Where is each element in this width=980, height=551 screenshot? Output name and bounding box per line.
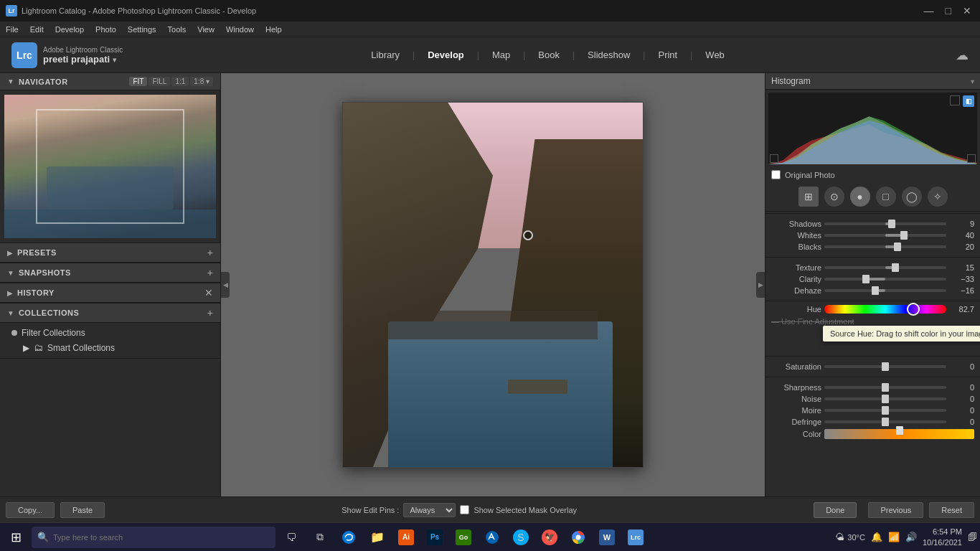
taskbar-search[interactable]: 🔍 — [32, 527, 275, 548]
defringe-slider[interactable] — [824, 420, 946, 423]
paste-button[interactable]: Paste — [60, 502, 105, 518]
nav-library[interactable]: Library — [361, 45, 410, 65]
taskbar-network-icon[interactable]: 📶 — [888, 532, 900, 542]
user-dropdown-arrow[interactable]: ▾ — [113, 56, 116, 64]
saturation-slider[interactable] — [824, 365, 946, 368]
menu-file[interactable]: File — [6, 25, 19, 34]
taskbar-app6[interactable]: 🦅 — [537, 524, 562, 550]
filter-collections-item[interactable]: Filter Collections — [7, 326, 213, 340]
menu-view[interactable]: View — [197, 25, 215, 34]
edit-pins-select[interactable]: Always Never Selected — [403, 503, 456, 517]
taskbar-action-center[interactable]: 🗐 — [968, 532, 977, 542]
dehaze-slider[interactable] — [824, 289, 946, 292]
texture-slider[interactable] — [824, 266, 946, 269]
collections-header[interactable]: Collections + — [0, 303, 220, 323]
taskbar-time-date[interactable]: 6:54 PM 10/16/2021 — [923, 527, 962, 547]
nav-develop[interactable]: Develop — [418, 45, 474, 65]
crop-tool[interactable]: ⊞ — [798, 187, 819, 207]
history-header[interactable]: History ✕ — [0, 283, 220, 303]
navigator-header[interactable]: Navigator FIT FILL 1:1 1:8 ▾ — [0, 73, 220, 90]
collections-add-button[interactable]: + — [207, 307, 213, 319]
main-photo-canvas[interactable] — [342, 102, 644, 468]
start-button[interactable]: ⊞ — [3, 524, 29, 550]
menu-edit[interactable]: Edit — [30, 25, 44, 34]
red-eye-tool[interactable]: ● — [850, 187, 870, 207]
taskbar-volume-icon[interactable]: 🔊 — [905, 532, 917, 542]
nav-print[interactable]: Print — [648, 45, 687, 65]
copy-button[interactable]: Copy... — [6, 502, 55, 518]
whites-slider[interactable] — [824, 234, 946, 237]
taskbar-lrc[interactable]: Lrc — [623, 524, 649, 550]
nav-web[interactable]: Web — [695, 45, 735, 65]
maximize-button[interactable]: □ — [943, 5, 954, 17]
menu-develop[interactable]: Develop — [55, 25, 84, 34]
taskbar-word[interactable]: W — [594, 524, 620, 550]
smart-collections-item[interactable]: ▶ 🗂 Smart Collections — [7, 340, 213, 355]
snapshots-header[interactable]: Snapshots + — [0, 263, 220, 283]
previous-button[interactable]: Previous — [868, 502, 923, 518]
dehaze-label: Dehaze — [771, 286, 821, 295]
sharpness-slider[interactable] — [824, 386, 946, 389]
menu-tools[interactable]: Tools — [168, 25, 187, 34]
taskbar-app1[interactable]: Ai — [393, 524, 419, 550]
adjustment-brush-tool[interactable]: ✧ — [928, 187, 948, 207]
zoom-fit[interactable]: FIT — [129, 77, 147, 86]
clarity-slider[interactable] — [824, 278, 946, 281]
minimize-button[interactable]: — — [921, 5, 937, 17]
close-button[interactable]: ✕ — [960, 5, 974, 17]
taskbar-app3[interactable]: Go — [451, 524, 476, 550]
spot-removal-tool[interactable]: ⊙ — [824, 187, 844, 207]
zoom-1-1[interactable]: 1:1 — [171, 77, 189, 86]
menu-help[interactable]: Help — [265, 25, 282, 34]
noise-slider[interactable] — [824, 397, 946, 400]
nav-book[interactable]: Book — [528, 45, 570, 65]
histogram-expand-icon[interactable]: ▾ — [971, 77, 974, 85]
blacks-slider[interactable] — [824, 245, 946, 248]
taskbar-search-input[interactable] — [53, 533, 270, 542]
taskbar-notification-icon[interactable]: 🔔 — [871, 532, 882, 542]
histogram-corner-bl[interactable] — [770, 154, 778, 163]
taskbar-chrome[interactable] — [565, 524, 591, 550]
taskbar-app2[interactable]: Ps — [422, 524, 448, 550]
right-panel-toggle[interactable]: ▶ — [756, 272, 765, 298]
radial-filter-tool[interactable]: ◯ — [902, 187, 922, 207]
smart-collections-expand[interactable]: ▶ — [23, 343, 29, 353]
history-clear-button[interactable]: ✕ — [204, 287, 213, 298]
original-photo-checkbox[interactable] — [771, 170, 781, 179]
saturation-value: 0 — [949, 362, 974, 371]
clarity-value: −33 — [949, 275, 974, 283]
menu-window[interactable]: Window — [226, 25, 254, 34]
nav-map[interactable]: Map — [482, 45, 520, 65]
moire-slider[interactable] — [824, 409, 946, 412]
shadows-slider[interactable] — [824, 222, 946, 225]
histogram-clipping-shadows[interactable] — [950, 95, 960, 105]
taskbar-app5[interactable]: S — [508, 524, 534, 550]
show-mask-checkbox[interactable] — [460, 505, 469, 514]
cloud-sync-icon[interactable]: ☁ — [956, 47, 969, 63]
blacks-value: 20 — [949, 242, 974, 251]
color-slider[interactable] — [824, 429, 974, 439]
taskbar-task-view[interactable]: ⧉ — [307, 524, 333, 550]
taskbar-explorer[interactable]: 📁 — [364, 524, 390, 550]
snapshots-add-button[interactable]: + — [207, 267, 213, 278]
taskbar-app4[interactable] — [479, 524, 505, 550]
titlebar-controls[interactable]: — □ ✕ — [921, 5, 974, 17]
nav-slideshow[interactable]: Slideshow — [578, 45, 640, 65]
histogram-corner-br[interactable] — [967, 154, 976, 163]
graduated-filter-tool[interactable]: □ — [876, 187, 896, 207]
hue-slider[interactable] — [824, 305, 946, 314]
menu-photo[interactable]: Photo — [95, 25, 116, 34]
reset-button[interactable]: Reset — [929, 502, 974, 518]
zoom-fill[interactable]: FILL — [149, 77, 170, 86]
done-button[interactable]: Done — [814, 502, 857, 518]
left-panel-toggle[interactable]: ◀ — [221, 272, 230, 298]
snapshots-title: Snapshots — [19, 268, 71, 277]
presets-header[interactable]: Presets + — [0, 243, 220, 263]
histogram-chart: ◧ — [768, 93, 977, 164]
taskbar-edge[interactable] — [336, 524, 362, 550]
navigator-image[interactable] — [4, 95, 216, 238]
taskbar-cortana[interactable]: 🗨 — [278, 524, 304, 550]
menu-settings[interactable]: Settings — [128, 25, 156, 34]
zoom-1-8[interactable]: 1:8 ▾ — [190, 77, 213, 86]
presets-add-button[interactable]: + — [207, 247, 213, 258]
